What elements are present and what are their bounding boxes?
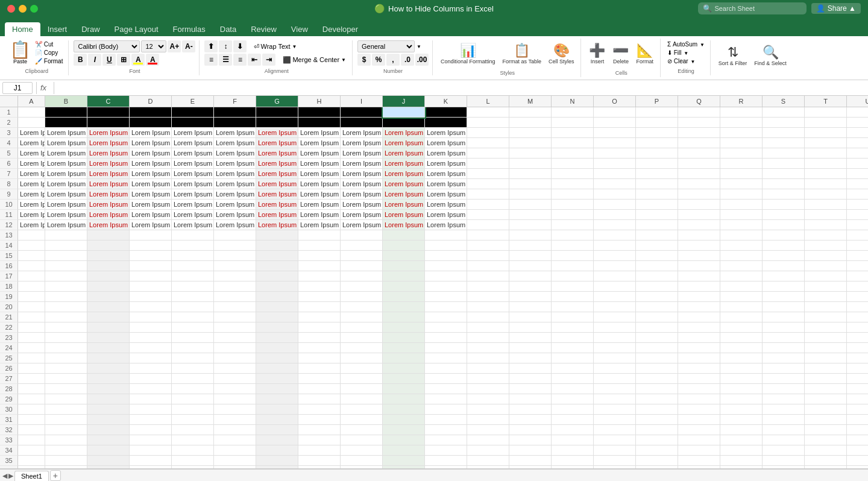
cell-C2[interactable] [87, 118, 130, 128]
align-middle-btn[interactable]: ↕ [219, 40, 232, 52]
cell-N6[interactable] [552, 159, 594, 169]
cell-J12[interactable]: Lorem Ipsum [383, 220, 425, 230]
cell-B26[interactable] [45, 363, 87, 374]
format-painter-button[interactable]: 🖌️ Format [33, 57, 64, 65]
decrease-indent-btn[interactable]: ⇤ [248, 54, 261, 66]
cell-U28[interactable] [847, 384, 868, 394]
cell-J17[interactable] [383, 271, 425, 281]
cell-P36[interactable] [636, 466, 678, 468]
cell-M3[interactable] [509, 128, 552, 138]
cell-Q3[interactable] [678, 128, 720, 138]
cell-G29[interactable] [256, 394, 298, 404]
cell-A27[interactable] [18, 374, 45, 384]
cell-M14[interactable] [509, 241, 552, 251]
cell-G1[interactable] [256, 107, 298, 118]
cell-N14[interactable] [552, 241, 594, 251]
cell-O16[interactable] [594, 261, 636, 271]
cell-G26[interactable] [256, 363, 298, 374]
cell-T3[interactable] [805, 128, 847, 138]
cell-E16[interactable] [172, 261, 214, 271]
cell-T10[interactable] [805, 200, 847, 210]
tab-page-layout[interactable]: Page Layout [107, 22, 166, 36]
font-family-select[interactable]: Calibri (Body) [74, 40, 140, 52]
cell-F17[interactable] [214, 271, 256, 281]
col-header-F[interactable]: F [214, 96, 256, 107]
cell-G36[interactable] [256, 466, 298, 468]
cell-J9[interactable]: Lorem Ipsum [383, 189, 425, 200]
cell-H16[interactable] [298, 261, 341, 271]
cell-T22[interactable] [805, 322, 847, 333]
cell-M31[interactable] [509, 415, 552, 425]
font-size-select[interactable]: 12 10 11 14 [141, 40, 166, 52]
cell-C3[interactable]: Lorem Ipsum [87, 128, 130, 138]
cell-A10[interactable]: Lorem Ipsum [18, 200, 45, 210]
cell-L14[interactable] [467, 241, 509, 251]
cell-G18[interactable] [256, 281, 298, 292]
align-right-btn[interactable]: ≡ [233, 54, 247, 66]
cell-C29[interactable] [87, 394, 130, 404]
next-sheet-btn[interactable]: ▶ [8, 472, 13, 480]
cell-G23[interactable] [256, 333, 298, 343]
cell-F29[interactable] [214, 394, 256, 404]
cell-P27[interactable] [636, 374, 678, 384]
cell-P12[interactable] [636, 220, 678, 230]
increase-indent-btn[interactable]: ⇥ [262, 54, 275, 66]
cell-A32[interactable] [18, 425, 45, 435]
cell-U27[interactable] [847, 374, 868, 384]
cell-J34[interactable] [383, 445, 425, 456]
cell-M24[interactable] [509, 343, 552, 353]
cell-F7[interactable]: Lorem Ipsum [214, 169, 256, 179]
cell-E25[interactable] [172, 353, 214, 363]
cell-Q15[interactable] [678, 251, 720, 261]
cell-U8[interactable] [847, 179, 868, 189]
cell-F2[interactable] [214, 118, 256, 128]
cell-E7[interactable]: Lorem Ipsum [172, 169, 214, 179]
cell-C6[interactable]: Lorem Ipsum [87, 159, 130, 169]
cell-N26[interactable] [552, 363, 594, 374]
cell-F3[interactable]: Lorem Ipsum [214, 128, 256, 138]
cell-O1[interactable] [594, 107, 636, 118]
minimize-button[interactable] [19, 5, 27, 13]
cell-styles-button[interactable]: 🎨 Cell Styles [546, 39, 577, 70]
cell-C1[interactable] [87, 107, 130, 118]
cell-T11[interactable] [805, 210, 847, 220]
cell-S15[interactable] [763, 251, 805, 261]
cell-I22[interactable] [341, 322, 383, 333]
cell-I25[interactable] [341, 353, 383, 363]
cell-B22[interactable] [45, 322, 87, 333]
underline-button[interactable]: U [102, 54, 116, 66]
cell-C27[interactable] [87, 374, 130, 384]
cell-A19[interactable] [18, 292, 45, 302]
cell-K19[interactable] [425, 292, 467, 302]
cell-I27[interactable] [341, 374, 383, 384]
cell-J8[interactable]: Lorem Ipsum [383, 179, 425, 189]
cell-T34[interactable] [805, 445, 847, 456]
cell-C28[interactable] [87, 384, 130, 394]
cell-P26[interactable] [636, 363, 678, 374]
cell-L13[interactable] [467, 230, 509, 241]
cell-M28[interactable] [509, 384, 552, 394]
cell-Q22[interactable] [678, 322, 720, 333]
cell-U25[interactable] [847, 353, 868, 363]
cell-I21[interactable] [341, 312, 383, 322]
cell-K18[interactable] [425, 281, 467, 292]
cell-G8[interactable]: Lorem Ipsum [256, 179, 298, 189]
cell-R20[interactable] [720, 302, 763, 312]
cell-G31[interactable] [256, 415, 298, 425]
cell-C20[interactable] [87, 302, 130, 312]
cell-M2[interactable] [509, 118, 552, 128]
cell-I3[interactable]: Lorem Ipsum [341, 128, 383, 138]
cell-R28[interactable] [720, 384, 763, 394]
cell-U1[interactable] [847, 107, 868, 118]
cell-E24[interactable] [172, 343, 214, 353]
col-header-U[interactable]: U [847, 96, 868, 107]
cell-T6[interactable] [805, 159, 847, 169]
cell-Q25[interactable] [678, 353, 720, 363]
cell-F27[interactable] [214, 374, 256, 384]
col-header-B[interactable]: B [45, 96, 87, 107]
cell-G11[interactable]: Lorem Ipsum [256, 210, 298, 220]
cell-P8[interactable] [636, 179, 678, 189]
col-header-S[interactable]: S [763, 96, 805, 107]
cell-N12[interactable] [552, 220, 594, 230]
cell-O14[interactable] [594, 241, 636, 251]
